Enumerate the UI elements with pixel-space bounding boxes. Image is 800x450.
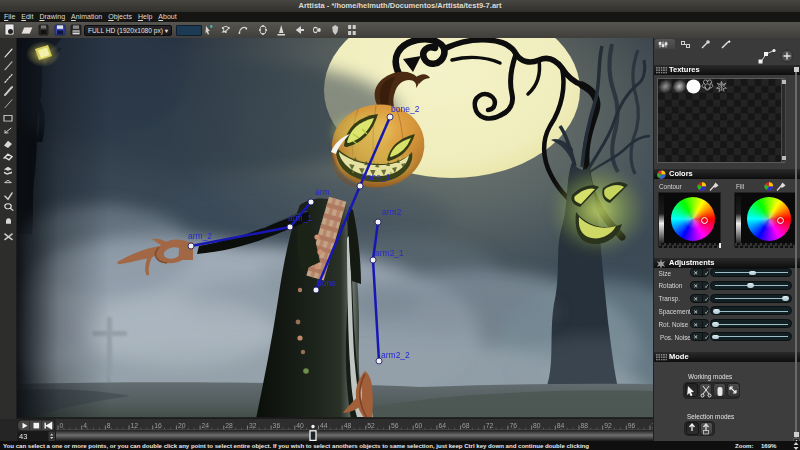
svg-text:92: 92 <box>604 422 612 429</box>
svg-text:28: 28 <box>225 422 233 429</box>
svg-text:20: 20 <box>178 422 186 429</box>
svg-text:84: 84 <box>557 422 565 429</box>
svg-text:8: 8 <box>107 422 111 429</box>
svg-text:60: 60 <box>415 422 423 429</box>
svg-text:40: 40 <box>296 422 304 429</box>
svg-text:80: 80 <box>533 422 541 429</box>
svg-text:12: 12 <box>131 422 139 429</box>
svg-text:arm: arm <box>315 187 330 197</box>
svg-text:68: 68 <box>462 422 470 429</box>
svg-text:0: 0 <box>60 422 64 429</box>
svg-text:52: 52 <box>367 422 375 429</box>
svg-text:4: 4 <box>83 422 87 429</box>
svg-text:bone: bone <box>317 278 336 288</box>
svg-text:56: 56 <box>391 422 399 429</box>
svg-text:72: 72 <box>486 422 494 429</box>
svg-text:96: 96 <box>628 422 636 429</box>
svg-text:arm_1: arm_1 <box>288 213 312 223</box>
svg-text:64: 64 <box>438 422 446 429</box>
svg-text:bone_1: bone_1 <box>362 172 391 182</box>
svg-text:bone_2: bone_2 <box>391 104 420 114</box>
svg-text:arm2_1: arm2_1 <box>375 248 404 258</box>
svg-text:43: 43 <box>19 432 27 441</box>
svg-text:100: 100 <box>652 422 654 429</box>
svg-text:32: 32 <box>249 422 257 429</box>
svg-text:24: 24 <box>202 422 210 429</box>
svg-text:36: 36 <box>273 422 281 429</box>
svg-text:arm_2: arm_2 <box>188 231 212 241</box>
svg-text:16: 16 <box>154 422 162 429</box>
svg-text:48: 48 <box>344 422 352 429</box>
svg-text:44: 44 <box>320 422 328 429</box>
svg-text:arm2_2: arm2_2 <box>381 350 410 360</box>
svg-text:76: 76 <box>509 422 517 429</box>
svg-text:arm2: arm2 <box>382 207 402 217</box>
svg-text:88: 88 <box>580 422 588 429</box>
